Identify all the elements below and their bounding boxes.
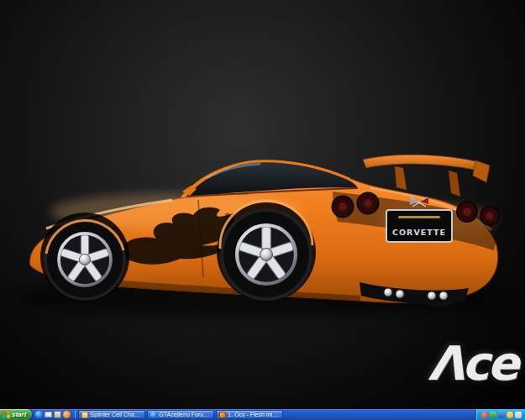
tray-icon-3[interactable] bbox=[498, 412, 505, 418]
media-player-icon[interactable] bbox=[63, 411, 71, 418]
tray-icon-2[interactable] bbox=[490, 412, 496, 418]
task-button-splinter-cell[interactable]: Splinter Cell Chaos Th... bbox=[78, 410, 145, 419]
watermark-ace-logo: Λce bbox=[428, 340, 517, 387]
desktop-wallpaper[interactable]: CORVETTE Λce bbox=[0, 0, 525, 409]
task-button-label: 1. Ocy - Flesh into Ge... bbox=[228, 412, 280, 417]
task-button-forum[interactable]: GTAcejteno Forum ->... bbox=[147, 410, 214, 419]
ie-icon[interactable] bbox=[35, 411, 43, 418]
license-plate: CORVETTE bbox=[386, 210, 452, 242]
ie-icon bbox=[150, 412, 157, 418]
task-button-label: GTAcejteno Forum ->... bbox=[159, 412, 211, 417]
rear-wheel bbox=[222, 210, 311, 299]
taskbar: start Splinter Cell Chaos Th... GTAcejte… bbox=[0, 409, 525, 420]
taskbar-empty-space bbox=[285, 409, 475, 420]
screen: CORVETTE Λce bbox=[0, 0, 525, 420]
system-tray bbox=[475, 409, 525, 420]
quick-launch-bar bbox=[32, 409, 74, 420]
task-button-music-player[interactable]: 1. Ocy - Flesh into Ge... bbox=[216, 410, 283, 419]
taskbar-divider bbox=[75, 411, 76, 418]
windows-logo-icon bbox=[3, 411, 10, 419]
winamp-icon bbox=[219, 412, 226, 418]
start-button[interactable]: start bbox=[0, 409, 32, 420]
license-plate-text: CORVETTE bbox=[392, 228, 446, 237]
tray-icon-4[interactable] bbox=[507, 412, 513, 418]
folder-icon bbox=[81, 412, 88, 418]
tray-icon-1[interactable] bbox=[481, 412, 488, 418]
tray-icon-5[interactable] bbox=[515, 412, 522, 418]
task-button-area: Splinter Cell Chaos Th... GTAcejteno For… bbox=[76, 409, 285, 420]
task-button-label: Splinter Cell Chaos Th... bbox=[90, 412, 142, 417]
show-desktop-icon[interactable] bbox=[54, 411, 61, 418]
start-button-label: start bbox=[12, 411, 26, 418]
mail-icon[interactable] bbox=[45, 412, 52, 417]
